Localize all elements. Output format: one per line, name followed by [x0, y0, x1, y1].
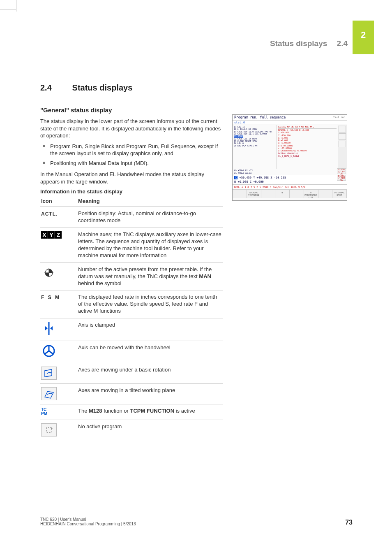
crop-mark: [0, 9, 16, 9]
ss-pos-values-1: +50.459 Y +49.998 Z -10.255: [238, 176, 286, 179]
no-program-icon: [41, 423, 57, 437]
footer-line2: HEIDENHAIN Conversational Programming | …: [40, 522, 136, 526]
svg-rect-14: [46, 427, 51, 432]
ss-side-button[interactable]: [339, 141, 346, 147]
svg-marker-4: [45, 326, 48, 330]
actl-icon: ACTL.: [41, 210, 58, 218]
meaning-cell: No active program: [77, 420, 223, 440]
table-row: Number of the active presets from the pr…: [40, 262, 223, 290]
fsm-icon: F S M: [41, 294, 60, 301]
axis-clamped-icon: [41, 322, 57, 335]
mode-list: Program Run, Single Block and Program Ru…: [40, 143, 223, 167]
section-number: 2.4: [40, 83, 70, 93]
ss-side-button[interactable]: [339, 133, 346, 140]
ss-softkey[interactable]: [233, 190, 247, 198]
tilted-plane-icon: [41, 387, 57, 400]
meaning-cell: Position display: Actual, nominal or dis…: [77, 207, 223, 228]
section-heading: 2.4 Status displays: [40, 83, 223, 93]
ss-side-button[interactable]: [339, 126, 346, 132]
table-row: ACTL. Position display: Actual, nominal …: [40, 207, 223, 228]
meaning-cell: Axis can be moved with the handwheel: [77, 341, 223, 363]
ss-override-panel: S100% ▢ OFF ON F100% ▢ OFF ON: [337, 168, 346, 181]
table-row: XYZ Machine axes; the TNC displays auxil…: [40, 228, 223, 263]
preset-icon: [41, 266, 57, 279]
svg-line-9: [49, 351, 53, 354]
ss-foot-info2: 0% FINml 00:40: [233, 172, 347, 175]
intro-paragraph: The status display in the lower part of …: [40, 118, 223, 139]
running-head-title: Status displays: [270, 39, 327, 48]
ss-softkey-row: MANUAL TRAVERSE⊕0 PARAMETER LISTINTERNAL…: [233, 189, 347, 198]
handwheel-icon: [41, 344, 57, 358]
ss-code-line: 25 END PGM STAT1 MM: [234, 145, 275, 147]
ss-titlebar: Program run, full sequence Test run: [233, 115, 347, 121]
ss-status-line: NOML ⊕ 1 ⊡ 7 S Z S 2500 F 0mm/min Ovr 10…: [233, 184, 347, 189]
footer-line1: TNC 620 | User's Manual: [40, 517, 136, 522]
ss-title-left: Program run, full sequence: [234, 116, 286, 119]
ss-override-s[interactable]: S100% ▢ OFF ON: [337, 168, 346, 174]
paragraph: In the Manual Operation and El. Handwhee…: [40, 171, 223, 185]
ss-softkey[interactable]: [290, 190, 304, 198]
ss-axis-x: X: [234, 176, 238, 179]
svg-line-8: [44, 351, 49, 354]
col-header-icon: Icon: [40, 195, 77, 207]
section-title: Status displays: [72, 83, 133, 92]
running-head-section: 2.4: [337, 39, 348, 48]
svg-marker-5: [50, 326, 53, 330]
ss-panel-line: 01_B_HEAD_C_TABLE: [278, 155, 337, 157]
ss-foot-info1: 0% XINml P1 -T1: [233, 169, 347, 172]
meaning-cell: Axes are moving under a basic rotation: [77, 363, 223, 383]
meaning-cell: Machine axes; the TNC displays auxiliary…: [77, 228, 223, 263]
ss-softkey[interactable]: 0 PARAMETER LIST: [304, 190, 318, 198]
crop-mark: [12, 0, 16, 12]
meaning-cell: Axes are moving in a tilted working plan…: [77, 383, 223, 404]
meaning-cell: Number of the active presets from the pr…: [77, 262, 223, 290]
ss-override-f[interactable]: F100% ▢ OFF ON: [337, 175, 346, 181]
status-icon-table: Icon Meaning ACTL. Position display: Act…: [40, 195, 223, 440]
page-footer: TNC 620 | User's Manual HEIDENHAIN Conve…: [40, 517, 353, 526]
svg-marker-15: [51, 428, 53, 429]
table-row: F S M The displayed feed rate in inches …: [40, 290, 223, 318]
ss-subtitle: stat.H: [233, 121, 347, 125]
page-number: 73: [345, 519, 353, 526]
meaning-cell: Axis is clamped: [77, 318, 223, 341]
tcpm-icon: TCPM: [41, 408, 76, 416]
table-row: TCPM The M128 function or TCPM FUNCTION …: [40, 404, 223, 420]
table-row: No active program: [40, 420, 223, 440]
ss-code-list: 17 LBL 1518 L IX+0.1 R0 FMAX19 CYCL DEF …: [233, 125, 277, 169]
ss-panel-tabs: Overview PGM LBL CYC M POS TOOL TT ▶: [278, 126, 337, 129]
list-item: Program Run, Single Block and Program Ru…: [40, 143, 223, 157]
table-row: Axes are moving under a basic rotation: [40, 363, 223, 383]
running-head: Status displays 2.4: [270, 39, 348, 48]
ss-position-line1: X +50.459 Y +49.998 Z -10.255: [233, 175, 347, 180]
ss-sidebar: [338, 125, 347, 169]
xyz-axes-icon: XYZ: [41, 231, 62, 239]
ss-position-line2: B +0.000 C +0.000: [233, 180, 347, 184]
subsection-heading: "General" status display: [40, 107, 223, 114]
ss-softkey[interactable]: [261, 190, 276, 198]
ss-softkey[interactable]: MANUAL TRAVERSE: [247, 190, 261, 198]
meaning-cell: The displayed feed rate in inches corres…: [77, 290, 223, 318]
ss-softkey[interactable]: [318, 190, 333, 198]
tnc-screenshot: Program run, full sequence Test run stat…: [232, 114, 347, 201]
table-row: Axis can be moved with the handwheel: [40, 341, 223, 363]
ss-status-panel: Overview PGM LBL CYC M POS TOOL TT ▶ RFN…: [277, 125, 338, 169]
svg-marker-12: [45, 391, 53, 398]
col-header-meaning: Meaning: [77, 195, 223, 207]
ss-softkey[interactable]: ⊕: [275, 190, 290, 198]
basic-rotation-icon: [41, 367, 57, 380]
ss-softkey[interactable]: INTERNAL STOP: [332, 190, 347, 198]
main-content: 2.4 Status displays "General" status dis…: [40, 83, 223, 440]
table-row: Axes are moving in a tilted working plan…: [40, 383, 223, 404]
chapter-tab: 2: [353, 21, 374, 54]
table-caption: Information in the status display: [40, 188, 223, 195]
list-item: Positioning with Manual Data Input (MDI)…: [40, 160, 223, 167]
meaning-cell: The M128 function or TCPM FUNCTION is ac…: [77, 404, 223, 420]
table-row: Axis is clamped: [40, 318, 223, 341]
ss-title-right: Test run: [333, 116, 345, 119]
